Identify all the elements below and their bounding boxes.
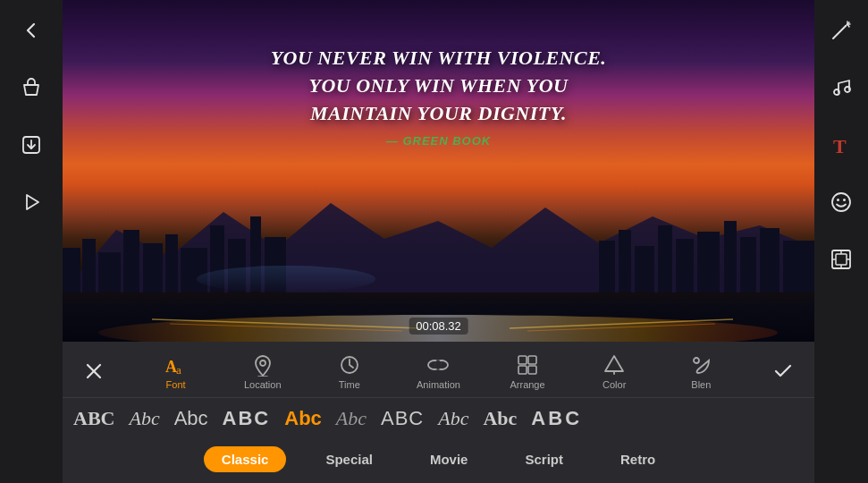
svg-point-34 [260, 360, 265, 366]
right-sidebar: T [814, 0, 868, 483]
svg-rect-41 [528, 356, 536, 364]
confirm-button[interactable] [752, 360, 814, 382]
svg-line-47 [833, 26, 846, 38]
left-sidebar [0, 0, 63, 483]
back-button[interactable] [15, 14, 47, 47]
tool-location[interactable]: Location [236, 349, 290, 394]
svg-rect-59 [836, 254, 847, 265]
font-sample-caps[interactable]: ABC [531, 407, 582, 430]
svg-point-39 [434, 360, 442, 369]
tool-icons-row: A a Font Location [63, 342, 814, 398]
font-sample-retro[interactable]: Abc [483, 407, 517, 430]
water-reflection [197, 266, 375, 292]
bag-icon[interactable] [15, 72, 47, 104]
font-sample-rounded[interactable]: Abc [284, 407, 322, 430]
svg-rect-42 [518, 366, 527, 374]
quote-text: YOU NEVER WIN WITH VIOLENCE. YOU ONLY WI… [98, 45, 779, 127]
arrange-label: Arrange [510, 379, 544, 390]
tab-special[interactable]: Special [308, 446, 391, 472]
font-sample-sans-light[interactable]: Abc [174, 407, 208, 430]
svg-marker-44 [605, 356, 623, 371]
tool-color[interactable]: Color [587, 349, 641, 394]
svg-point-56 [837, 199, 839, 201]
font-sample-block[interactable]: ABC [381, 407, 424, 430]
layout-icon[interactable] [825, 243, 857, 275]
timecode: 00:08.32 [409, 318, 468, 335]
svg-point-57 [843, 199, 846, 201]
svg-point-46 [694, 358, 699, 363]
tab-movie[interactable]: Movie [412, 446, 486, 472]
tool-animation[interactable]: Animation [409, 349, 468, 394]
tool-arrange[interactable]: Arrange [501, 349, 554, 394]
arrange-icon [515, 352, 540, 377]
font-sample-serif[interactable]: ABC [73, 407, 114, 430]
svg-point-55 [832, 193, 850, 211]
tool-blend[interactable]: Blen [674, 349, 728, 394]
location-icon [250, 352, 275, 377]
color-label: Color [603, 379, 626, 390]
main-area: YOU NEVER WIN WITH VIOLENCE. YOU ONLY WI… [63, 0, 814, 483]
close-button[interactable] [63, 361, 125, 381]
cityscape-svg [63, 176, 814, 292]
color-icon [602, 352, 627, 377]
text-icon[interactable]: T [825, 129, 857, 161]
wand-icon[interactable] [825, 14, 857, 47]
quote-source: — GREEN BOOK [98, 134, 779, 148]
font-sample-serif-italic[interactable]: Abc [129, 407, 159, 430]
emoji-icon[interactable] [825, 186, 857, 218]
time-icon [337, 352, 362, 377]
video-preview: YOU NEVER WIN WITH VIOLENCE. YOU ONLY WI… [63, 0, 814, 342]
svg-text:a: a [176, 363, 181, 377]
location-label: Location [244, 379, 282, 390]
blend-label: Blen [691, 379, 711, 390]
font-sample-handwrite[interactable]: Abc [438, 407, 468, 430]
svg-marker-2 [27, 195, 38, 209]
download-icon[interactable] [15, 129, 47, 161]
tool-time[interactable]: Time [323, 349, 376, 394]
tool-font[interactable]: A a Font [149, 349, 203, 394]
blend-icon [688, 352, 713, 377]
play-icon[interactable] [15, 186, 47, 218]
bottom-toolbar: A a Font Location [63, 342, 814, 483]
svg-text:T: T [833, 135, 847, 157]
tab-retro[interactable]: Retro [603, 446, 673, 472]
tools-list: A a Font Location [125, 349, 752, 394]
svg-rect-40 [518, 356, 527, 364]
tab-classic[interactable]: Classic [204, 446, 287, 472]
tab-script[interactable]: Script [507, 446, 581, 472]
time-label: Time [339, 379, 360, 390]
quote-overlay: YOU NEVER WIN WITH VIOLENCE. YOU ONLY WI… [63, 27, 814, 165]
font-sample-script[interactable]: Abc [336, 407, 367, 430]
animation-label: Animation [417, 379, 460, 390]
font-icon: A a [164, 352, 189, 377]
music-icon[interactable] [825, 72, 857, 104]
font-sample-condensed[interactable]: ABC [223, 407, 271, 430]
svg-rect-43 [528, 366, 536, 374]
animation-icon [426, 352, 451, 377]
category-tabs: Classic Special Movie Script Retro [63, 439, 814, 483]
font-label: Font [166, 379, 186, 390]
font-preview-row: ABC Abc Abc ABC Abc Abc ABC Abc Abc ABC [63, 398, 814, 439]
